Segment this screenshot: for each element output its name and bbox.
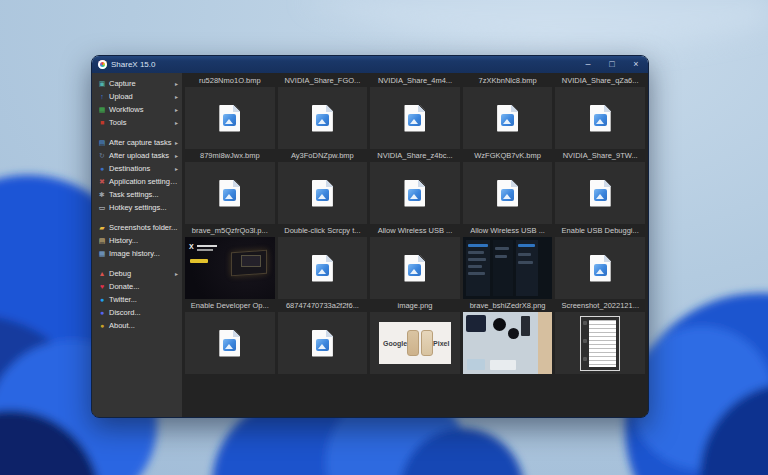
file-name: 68747470733a2f2f6... bbox=[278, 299, 368, 312]
grid-item[interactable]: NVIDIA_Share_FGO... bbox=[278, 74, 368, 149]
grid-item[interactable]: Allow Wireless USB ... bbox=[370, 224, 460, 299]
image-file-icon bbox=[404, 180, 425, 207]
file-name: NVIDIA_Share_FGO... bbox=[278, 74, 368, 87]
sidebar-separator bbox=[92, 260, 182, 267]
sidebar-item-debug[interactable]: ▲ Debug ▸ bbox=[92, 267, 182, 280]
debug-icon: ▲ bbox=[97, 269, 107, 279]
capture-icon: ▣ bbox=[97, 79, 107, 89]
watch-collage-thumbnail bbox=[463, 312, 553, 374]
grid-item[interactable]: WzFGKQB7vK.bmp bbox=[463, 149, 553, 224]
window-body: ▣ Capture ▸ ↑ Upload ▸ ▦ Workflows ▸ ■ T… bbox=[92, 73, 648, 417]
upload-icon: ↑ bbox=[97, 92, 107, 102]
chevron-right-icon: ▸ bbox=[172, 270, 178, 277]
file-name: 7zXKbnNlc8.bmp bbox=[463, 74, 553, 87]
grid-item[interactable]: Screenshot_2022121... bbox=[555, 299, 645, 374]
image-file-icon bbox=[590, 180, 611, 207]
grid-item[interactable]: 68747470733a2f2f6... bbox=[278, 299, 368, 374]
history-icon: ▤ bbox=[97, 236, 107, 246]
history-thumbnail-grid: ru528Nmo1O.bmp NVIDIA_Share_FGO... NVIDI… bbox=[182, 73, 648, 417]
image-file-icon bbox=[404, 255, 425, 282]
sidebar-item-discord[interactable]: ● Discord... bbox=[92, 306, 182, 319]
image-history-icon: ▦ bbox=[97, 249, 107, 259]
titlebar[interactable]: ShareX 15.0 – □ × bbox=[92, 56, 648, 73]
sidebar-item-hotkey-settings[interactable]: ▭ Hotkey settings... bbox=[92, 201, 182, 214]
image-file-icon bbox=[312, 330, 333, 357]
grid-item[interactable]: Allow Wireless USB ... bbox=[463, 224, 553, 299]
dark-settings-screenshot-thumbnail bbox=[463, 237, 553, 299]
grid-item[interactable]: Enable Developer Op... bbox=[185, 299, 275, 374]
image-file-icon bbox=[312, 105, 333, 132]
chevron-right-icon: ▸ bbox=[172, 152, 178, 159]
image-file-icon bbox=[404, 105, 425, 132]
grid-item[interactable]: 879mi8wJwx.bmp bbox=[185, 149, 275, 224]
desktop: ShareX 15.0 – □ × ▣ Capture ▸ ↑ Upload ▸ bbox=[0, 0, 768, 475]
sidebar-item-tools[interactable]: ■ Tools ▸ bbox=[92, 116, 182, 129]
file-name: WzFGKQB7vK.bmp bbox=[463, 149, 553, 162]
sidebar-item-image-history[interactable]: ▦ Image history... bbox=[92, 247, 182, 260]
grid-item[interactable]: Ay3FoDNZpw.bmp bbox=[278, 149, 368, 224]
image-file-icon bbox=[219, 180, 240, 207]
grid-item[interactable]: Enable USB Debuggi... bbox=[555, 224, 645, 299]
google-wordmark: Google bbox=[383, 340, 407, 347]
sidebar-item-screenshots-folder[interactable]: ▰ Screenshots folder... bbox=[92, 221, 182, 234]
file-name: NVIDIA_Share_z4bc... bbox=[370, 149, 460, 162]
chevron-right-icon: ▸ bbox=[172, 80, 178, 87]
file-name: Enable USB Debuggi... bbox=[555, 224, 645, 237]
sidebar-separator bbox=[92, 129, 182, 136]
sidebar-item-destinations[interactable]: ● Destinations ▸ bbox=[92, 162, 182, 175]
maximize-button[interactable]: □ bbox=[600, 56, 624, 73]
sidebar-item-about[interactable]: ● About... bbox=[92, 319, 182, 332]
grid-item[interactable]: NVIDIA_Share_qZa6... bbox=[555, 74, 645, 149]
grid-item[interactable]: ru528Nmo1O.bmp bbox=[185, 74, 275, 149]
chevron-right-icon: ▸ bbox=[172, 106, 178, 113]
grid-item[interactable]: NVIDIA_Share_4m4... bbox=[370, 74, 460, 149]
image-file-icon bbox=[497, 180, 518, 207]
file-name: 879mi8wJwx.bmp bbox=[185, 149, 275, 162]
sidebar-item-twitter[interactable]: ● Twitter... bbox=[92, 293, 182, 306]
image-file-icon bbox=[590, 255, 611, 282]
grid-item[interactable]: brave_bshiZedrX8.png bbox=[463, 299, 553, 374]
donate-icon: ♥ bbox=[97, 282, 107, 292]
chevron-right-icon: ▸ bbox=[172, 139, 178, 146]
minimize-button[interactable]: – bbox=[576, 56, 600, 73]
image-file-icon bbox=[219, 330, 240, 357]
file-name: image.png bbox=[370, 299, 460, 312]
sidebar-menu: ▣ Capture ▸ ↑ Upload ▸ ▦ Workflows ▸ ■ T… bbox=[92, 73, 182, 417]
pixel-phones-image bbox=[407, 330, 433, 356]
grid-item[interactable]: image.png Google Pixel bbox=[370, 299, 460, 374]
close-button[interactable]: × bbox=[624, 56, 648, 73]
sharex-logo-icon bbox=[98, 60, 107, 69]
sidebar-item-upload[interactable]: ↑ Upload ▸ bbox=[92, 90, 182, 103]
sidebar-item-task-settings[interactable]: ✱ Task settings... bbox=[92, 188, 182, 201]
sidebar-item-after-upload-tasks[interactable]: ↻ After upload tasks ▸ bbox=[92, 149, 182, 162]
image-file-icon bbox=[312, 180, 333, 207]
image-file-icon bbox=[312, 255, 333, 282]
grid-item[interactable]: NVIDIA_Share_9TW... bbox=[555, 149, 645, 224]
file-name: NVIDIA_Share_9TW... bbox=[555, 149, 645, 162]
about-icon: ● bbox=[97, 321, 107, 331]
after-capture-tasks-icon: ▤ bbox=[97, 138, 107, 148]
grid-item[interactable]: brave_m5QzfrQo3l.p... X bbox=[185, 224, 275, 299]
sidebar-item-donate[interactable]: ♥ Donate... bbox=[92, 280, 182, 293]
sidebar-separator bbox=[92, 214, 182, 221]
file-name: Double-click Scrcpy t... bbox=[278, 224, 368, 237]
sidebar-item-history[interactable]: ▤ History... bbox=[92, 234, 182, 247]
file-name: brave_m5QzfrQo3l.p... bbox=[185, 224, 275, 237]
sharex-window: ShareX 15.0 – □ × ▣ Capture ▸ ↑ Upload ▸ bbox=[91, 55, 649, 418]
grid-item[interactable]: 7zXKbnNlc8.bmp bbox=[463, 74, 553, 149]
grid-item[interactable]: NVIDIA_Share_z4bc... bbox=[370, 149, 460, 224]
grid-item[interactable]: Double-click Scrcpy t... bbox=[278, 224, 368, 299]
image-file-icon bbox=[219, 105, 240, 132]
sidebar-item-after-capture-tasks[interactable]: ▤ After capture tasks ▸ bbox=[92, 136, 182, 149]
image-file-icon bbox=[590, 105, 611, 132]
text-page-thumbnail bbox=[580, 316, 620, 371]
sidebar-item-capture[interactable]: ▣ Capture ▸ bbox=[92, 77, 182, 90]
file-name: ru528Nmo1O.bmp bbox=[185, 74, 275, 87]
sidebar-item-workflows[interactable]: ▦ Workflows ▸ bbox=[92, 103, 182, 116]
twitter-icon: ● bbox=[97, 295, 107, 305]
file-name: Ay3FoDNZpw.bmp bbox=[278, 149, 368, 162]
sidebar-item-application-settings[interactable]: ✖ Application settings... bbox=[92, 175, 182, 188]
file-name: NVIDIA_Share_qZa6... bbox=[555, 74, 645, 87]
discord-icon: ● bbox=[97, 308, 107, 318]
workflows-icon: ▦ bbox=[97, 105, 107, 115]
